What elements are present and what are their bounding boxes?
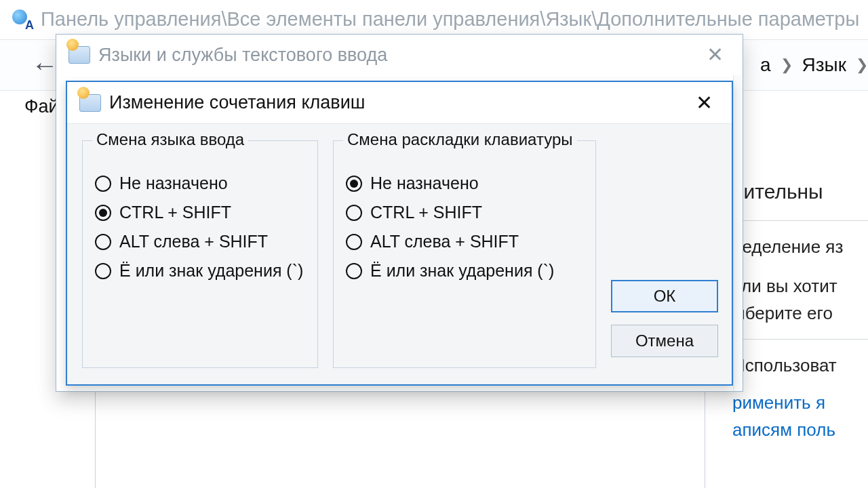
radio-icon bbox=[95, 263, 111, 279]
radio-left-alt-shift[interactable]: ALT слева + SHIFT bbox=[95, 232, 305, 251]
radio-ctrl-shift[interactable]: CTRL + SHIFT bbox=[95, 203, 305, 222]
breadcrumb: а ❯ Язык ❯ bbox=[760, 40, 868, 90]
bg-text: ыберите его bbox=[732, 300, 868, 327]
cancel-button[interactable]: Отмена bbox=[611, 325, 718, 357]
dialog-inner-title: Изменение сочетания клавиш bbox=[109, 92, 365, 113]
dialog-outer-title: Языки и службы текстового ввода bbox=[98, 45, 387, 66]
dialog-change-key-sequence: Изменение сочетания клавиш ✕ Смена языка… bbox=[66, 81, 733, 386]
divider bbox=[732, 339, 868, 340]
radio-label: CTRL + SHIFT bbox=[370, 203, 482, 222]
radio-label: Ё или знак ударения (`) bbox=[119, 261, 303, 281]
radio-icon bbox=[95, 176, 111, 192]
back-arrow-icon[interactable]: ← bbox=[31, 52, 58, 79]
close-icon[interactable]: ✕ bbox=[700, 42, 730, 68]
bg-text: Использоват bbox=[732, 352, 868, 379]
breadcrumb-item-language[interactable]: Язык bbox=[802, 54, 846, 76]
radio-label: ALT слева + SHIFT bbox=[119, 232, 268, 251]
radio-grave-accent[interactable]: Ё или знак ударения (`) bbox=[95, 261, 305, 281]
group-switch-keyboard-layout: Смена раскладки клавиатуры Не назначено … bbox=[333, 140, 596, 368]
bg-link[interactable]: рименить я bbox=[732, 389, 868, 416]
scrollbar[interactable] bbox=[733, 75, 743, 391]
radio-grave-accent[interactable]: Ё или знак ударения (`) bbox=[346, 261, 583, 281]
breadcrumb-item[interactable]: а bbox=[760, 54, 771, 76]
keyboard-icon bbox=[68, 46, 90, 64]
radio-label: Не назначено bbox=[119, 174, 228, 193]
keyboard-icon bbox=[79, 94, 101, 112]
radio-label: Ё или знак ударения (`) bbox=[370, 261, 554, 281]
dialog-languages-services: Языки и службы текстового ввода ✕ Измене… bbox=[56, 34, 743, 392]
radio-label: Не назначено bbox=[370, 174, 479, 193]
radio-icon bbox=[95, 234, 111, 250]
bg-content-fragments: нительны ределение яз сли вы хотит ыбери… bbox=[732, 176, 868, 443]
bg-text: нительны bbox=[732, 176, 868, 208]
radio-icon bbox=[95, 205, 111, 221]
radio-label: ALT слева + SHIFT bbox=[370, 232, 519, 251]
close-icon[interactable]: ✕ bbox=[689, 90, 719, 116]
radio-icon bbox=[346, 263, 362, 279]
language-region-icon: А bbox=[11, 8, 33, 30]
radio-not-assigned[interactable]: Не назначено bbox=[346, 174, 583, 193]
divider bbox=[732, 220, 868, 221]
menu-file[interactable]: Фай bbox=[24, 96, 59, 117]
radio-left-alt-shift[interactable]: ALT слева + SHIFT bbox=[346, 232, 583, 251]
group-legend: Смена раскладки клавиатуры bbox=[343, 130, 577, 149]
radio-icon bbox=[346, 176, 362, 192]
radio-label: CTRL + SHIFT bbox=[119, 203, 231, 222]
bg-link[interactable]: аписям поль bbox=[732, 416, 868, 443]
window-path-title: Панель управления\Все элементы панели уп… bbox=[41, 8, 859, 30]
chevron-right-icon: ❯ bbox=[781, 56, 793, 74]
radio-icon bbox=[346, 234, 362, 250]
group-legend: Смена языка ввода bbox=[92, 130, 248, 149]
radio-not-assigned[interactable]: Не назначено bbox=[95, 174, 305, 193]
radio-ctrl-shift[interactable]: CTRL + SHIFT bbox=[346, 203, 583, 222]
chevron-right-icon: ❯ bbox=[856, 56, 868, 74]
bg-panel-frame bbox=[95, 380, 705, 488]
group-switch-input-language: Смена языка ввода Не назначено CTRL + SH… bbox=[82, 140, 318, 368]
radio-icon bbox=[346, 205, 362, 221]
ok-button[interactable]: ОК bbox=[611, 280, 718, 312]
bg-text: ределение яз bbox=[732, 233, 868, 260]
bg-text: сли вы хотит bbox=[732, 272, 868, 300]
